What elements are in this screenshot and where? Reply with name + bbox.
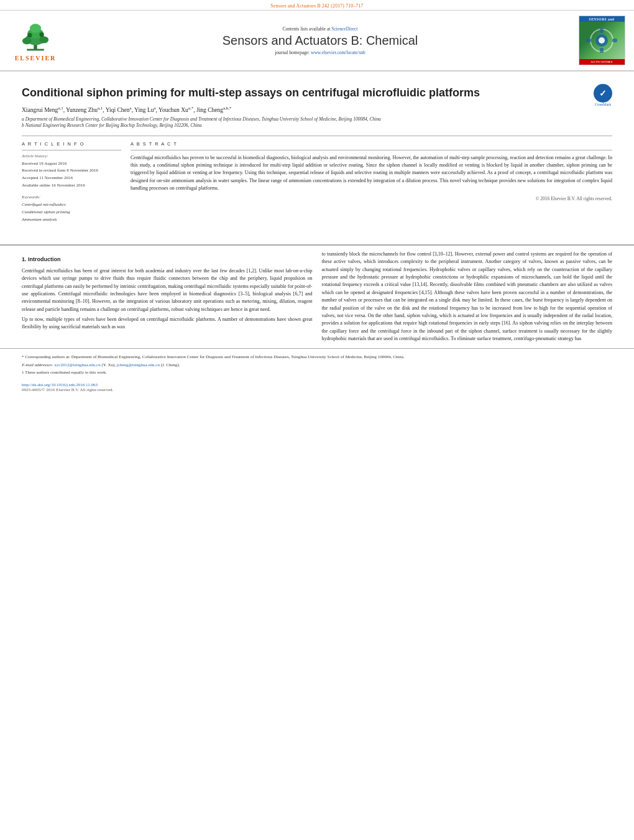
authors-line: Xiangrui Menga,1, Yunzeng Zhua,1, Yiqi C… [22,105,612,113]
article-info-title: A R T I C L E I N F O [22,141,121,147]
sensors-logo-box: SENSORS and ACTUATORS [577,16,627,65]
issn-line: 0925-4005/© 2016 Elsevier B.V. All right… [22,387,612,392]
received-date: Received 19 August 2016 [22,160,121,168]
elsevier-brand: ELSEVIER [15,55,57,62]
journal-header: ELSEVIER Contents lists available at Sci… [0,11,634,72]
svg-point-5 [22,37,32,44]
info-abstract-row: A R T I C L E I N F O Article history: R… [22,141,612,224]
svg-rect-15 [612,39,617,42]
article-divider [22,136,612,136]
contents-line: Contents lists available at ScienceDirec… [70,26,571,32]
journal-center: Contents lists available at ScienceDirec… [63,26,577,55]
affiliations: a Department of Biomedical Engineering, … [22,116,612,129]
doi-line: Sensors and Actuators B 242 (2017) 710–7… [270,3,363,9]
article-info: A R T I C L E I N F O Article history: R… [22,141,121,224]
keywords-section: Keywords: Centrifugal microfluidics Cond… [22,195,121,224]
elsevier-logo: ELSEVIER [7,19,63,62]
svg-point-8 [39,32,44,37]
sensors-logo-bottom-text: ACTUATORS [579,59,625,65]
abstract-section: A B S T R A C T Centrifugal microfluidic… [131,141,612,224]
abstract-text: Centrifugal microfluidics has proven to … [131,154,612,193]
copyright-line: © 2016 Elsevier B.V. All rights reserved… [131,196,612,201]
two-col-body: 1. Introduction Centrifugal microfluidic… [0,251,634,346]
svg-point-7 [27,33,32,37]
journal-title: Sensors and Actuators B: Chemical [70,34,571,48]
sciencedirect-link[interactable]: ScienceDirect [331,26,357,32]
sensors-logo-image [579,22,625,59]
affiliation-a: a Department of Biomedical Engineering, … [22,116,612,123]
keyword-3: Ammonium analysis [22,216,121,224]
body-col1-para1: Centrifugal microfluidics has been of gr… [22,267,313,313]
email-link-xu[interactable]: xyc2012@tsinghua.edu.cn [54,362,101,367]
svg-rect-13 [600,48,604,53]
footnote-area: * Corresponding authors at: Department o… [0,348,634,381]
doi-link[interactable]: http://dx.doi.org/10.1016/j.snb.2016.11.… [22,382,98,387]
accepted-date: Accepted 11 November 2016 [22,175,121,182]
article-dates: Received 19 August 2016 Received in revi… [22,160,121,190]
body-col-right: to transiently block the microchannels f… [322,251,613,346]
doi-bar: Sensors and Actuators B 242 (2017) 710–7… [0,0,634,11]
body-divider [0,244,634,246]
sensors-logo-text: SENSORS and [579,16,625,22]
svg-point-4 [30,24,41,33]
elsevier-tree-icon [14,19,57,53]
affiliation-b: b National Engineering Research Center f… [22,122,612,129]
corresponding-footnote: * Corresponding authors at: Department o… [22,354,612,361]
svg-point-6 [39,37,48,44]
history-label: Article history: [22,154,121,159]
sensors-logo-svg [583,25,620,56]
svg-rect-1 [27,49,44,51]
email-link-cheng[interactable]: jcheng@tsinghua.edu.cn [117,362,160,367]
keyword-2: Conditional siphon priming [22,209,121,216]
keywords-label: Keywords: [22,195,121,200]
journal-homepage: journal homepage: www.elsevier.com/locat… [70,50,571,55]
svg-rect-12 [600,28,604,33]
body-col2-para1: to transiently block the microchannels f… [322,251,613,343]
body-col-left: 1. Introduction Centrifugal microfluidic… [22,251,313,346]
email-footnote: E-mail addresses: xyc2012@tsinghua.edu.c… [22,362,612,369]
svg-rect-14 [586,39,591,42]
paper-title: Conditional siphon priming for multi-ste… [22,86,612,100]
crossmark-icon: ✓ [594,84,612,103]
crossmark: ✓ CrossMark [594,84,612,106]
footer-bottom: http://dx.doi.org/10.1016/j.snb.2016.11.… [0,381,634,394]
available-date: Available online 16 November 2016 [22,182,121,190]
info-divider [22,150,121,150]
body-col1-para2: Up to now, multiple types of valves have… [22,316,313,331]
equal-contribution-footnote: 1 These authors contributed equally to t… [22,369,612,376]
abstract-divider [131,150,612,150]
keyword-1: Centrifugal microfluidics [22,201,121,209]
abstract-title: A B S T R A C T [131,141,612,147]
authors-text: Xiangrui Menga,1, Yunzeng Zhua,1, Yiqi C… [22,107,232,113]
journal-homepage-link[interactable]: www.elsevier.com/locate/snb [311,50,365,55]
revised-date: Received in revised form 8 November 2016 [22,167,121,175]
sensors-actuators-logo: SENSORS and ACTUATORS [579,16,625,65]
paper-content: ✓ CrossMark Conditional siphon priming f… [0,72,634,239]
svg-point-11 [599,37,605,44]
section1-heading: 1. Introduction [22,256,313,264]
